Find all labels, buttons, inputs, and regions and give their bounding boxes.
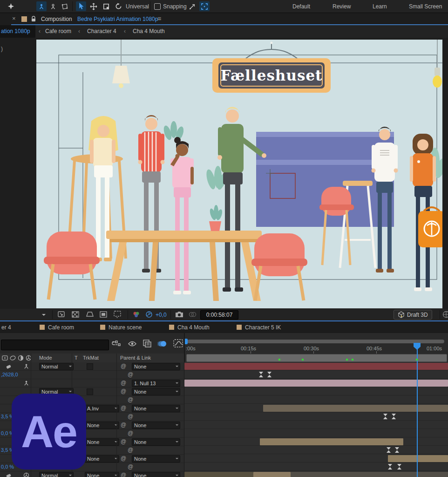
keyframe-icon[interactable] (397, 464, 401, 470)
shape-tool-icon[interactable] (101, 1, 111, 11)
pickwhip-icon[interactable]: @ (127, 446, 134, 454)
keyframe-icon[interactable] (387, 447, 391, 453)
trkmat-empty-well[interactable] (87, 363, 93, 370)
pickwhip-icon[interactable]: @ (120, 455, 127, 462)
workspace-small-screen[interactable]: Small Screen (409, 3, 442, 10)
timeline-tab[interactable]: er 4 (1, 324, 11, 331)
parent-select[interactable]: None (132, 472, 180, 477)
grid-guides-icon[interactable] (58, 311, 66, 318)
trkmat-empty-well[interactable] (87, 388, 93, 395)
snapshot-camera-icon[interactable] (175, 311, 183, 318)
pickwhip-icon[interactable]: @ (120, 388, 127, 395)
trkmat-select[interactable]: A.Inv (85, 405, 119, 412)
keyframe-icon[interactable] (383, 414, 387, 419)
breadcrumb-item[interactable]: Character 4 (87, 28, 116, 34)
magnification-dropdown-icon[interactable] (42, 314, 46, 318)
rig-tool-3-icon[interactable] (60, 1, 70, 11)
parent-select[interactable]: None (132, 405, 180, 412)
column-separator[interactable] (116, 354, 117, 477)
keyframe-icon[interactable] (259, 372, 263, 377)
view-grid-icon[interactable] (442, 311, 448, 318)
layer-duration-bar[interactable] (291, 472, 448, 477)
timeline-search-input[interactable] (1, 340, 109, 350)
pickwhip-icon[interactable]: @ (127, 429, 134, 437)
breadcrumb-item[interactable]: Cafe room (45, 28, 71, 34)
pickwhip-icon[interactable]: @ (120, 379, 127, 387)
composition-canvas[interactable]: Fælleshuset (36, 40, 442, 308)
parent-select[interactable]: None (132, 422, 180, 429)
keyframe-icon[interactable] (395, 447, 399, 453)
view-layout-icon[interactable] (114, 311, 122, 318)
blend-mode-select[interactable]: Normal (39, 363, 74, 370)
transparency-grid-icon[interactable] (72, 311, 79, 318)
layer-duration-bar[interactable] (184, 380, 448, 387)
frame-render-icon[interactable] (2, 355, 8, 361)
workspace-learn[interactable]: Learn (373, 3, 387, 10)
layer-row[interactable]: Normal None @ None (0, 471, 184, 477)
playhead-line[interactable] (417, 343, 418, 477)
blend-mode-select[interactable]: Normal (39, 472, 74, 477)
timeline-tab[interactable]: Character 5 IK (245, 324, 281, 331)
region-of-interest-icon[interactable] (100, 311, 107, 318)
parent-select[interactable]: None (132, 388, 180, 395)
capture-region-icon[interactable] (199, 1, 210, 11)
home-tool-icon[interactable] (6, 1, 16, 11)
breadcrumb-item[interactable]: Cha 4 Mouth (133, 28, 165, 34)
shy-layers-icon[interactable] (128, 340, 137, 348)
parent-select[interactable]: 1. Null 13 (132, 380, 180, 387)
layer-duration-bar[interactable] (184, 363, 448, 370)
parent-select[interactable]: None (132, 438, 180, 446)
frame-blending-icon[interactable] (143, 339, 152, 348)
draft-3d-button[interactable]: Draft 3D (394, 310, 432, 320)
layer-row[interactable]: Normal @ None (0, 362, 184, 371)
trkmat-select[interactable]: None (85, 455, 119, 463)
workspace-review[interactable]: Review (333, 3, 351, 10)
mini-flowchart-icon[interactable] (112, 340, 121, 348)
channel-rgb-icon[interactable] (132, 311, 141, 318)
parent-select[interactable]: None (132, 363, 180, 370)
current-timecode[interactable]: 0:00:58:07 (200, 310, 238, 320)
pickwhip-icon[interactable]: @ (120, 438, 127, 445)
trkmat-select[interactable]: None (85, 438, 119, 446)
close-tab-icon[interactable]: × (12, 15, 16, 22)
property-value[interactable]: 0,0 % (1, 464, 14, 470)
rotate-tool-icon[interactable] (113, 1, 123, 11)
pickwhip-icon[interactable]: @ (127, 463, 134, 470)
column-parent-link[interactable]: Parent & Link (120, 355, 151, 361)
panel-label[interactable]: Composition (41, 16, 72, 22)
frame-blend-column-icon[interactable] (18, 355, 24, 361)
pickwhip-icon[interactable]: @ (120, 362, 127, 370)
layer-duration-bar[interactable] (253, 472, 291, 477)
graph-editor-icon[interactable] (173, 339, 183, 348)
work-area-bar[interactable] (186, 354, 447, 362)
pickwhip-icon[interactable]: @ (127, 396, 134, 403)
layer-duration-bar[interactable] (260, 438, 403, 445)
pickwhip-icon[interactable]: @ (127, 413, 134, 420)
pickwhip-icon[interactable]: @ (120, 421, 127, 429)
shy-column-icon[interactable] (10, 355, 16, 361)
layer-row[interactable]: @ 1. Null 13 (0, 379, 184, 388)
keyframe-icon[interactable] (388, 464, 392, 470)
rig-tool-2-icon[interactable] (48, 1, 58, 11)
timeline-ruler[interactable]: :00s 00:15s 00:30s 00:45s 01:00s (184, 333, 448, 362)
column-trkmat[interactable]: TrkMat (83, 355, 99, 361)
navigator-start-handle[interactable] (184, 339, 188, 344)
trkmat-select[interactable]: None (85, 422, 119, 429)
trkmat-select[interactable]: None (85, 472, 119, 477)
layer-duration-bar[interactable] (388, 455, 448, 462)
timeline-tab[interactable]: Nature scene (109, 324, 142, 331)
column-t[interactable]: T (75, 355, 78, 361)
exposure-value[interactable]: +0,0 (156, 312, 167, 318)
pickwhip-icon[interactable]: @ (120, 471, 127, 477)
layer-duration-bar[interactable] (184, 472, 253, 477)
rig-tool-1-icon[interactable] (36, 1, 47, 11)
pickwhip-icon[interactable]: @ (120, 404, 127, 412)
show-snapshot-icon[interactable] (188, 311, 197, 318)
property-value[interactable]: ,2628,0 (1, 372, 18, 377)
timeline-tab[interactable]: Cha 4 Mouth (177, 324, 210, 331)
panel-menu-icon[interactable]: ≡ (157, 15, 161, 22)
breadcrumb-root-box[interactable]: ation 1080p (0, 25, 35, 38)
keyframe-icon[interactable] (392, 414, 396, 419)
composition-name[interactable]: Bedre Psykiatri Animation 1080p (77, 16, 158, 22)
column-mode[interactable]: Mode (39, 355, 52, 361)
